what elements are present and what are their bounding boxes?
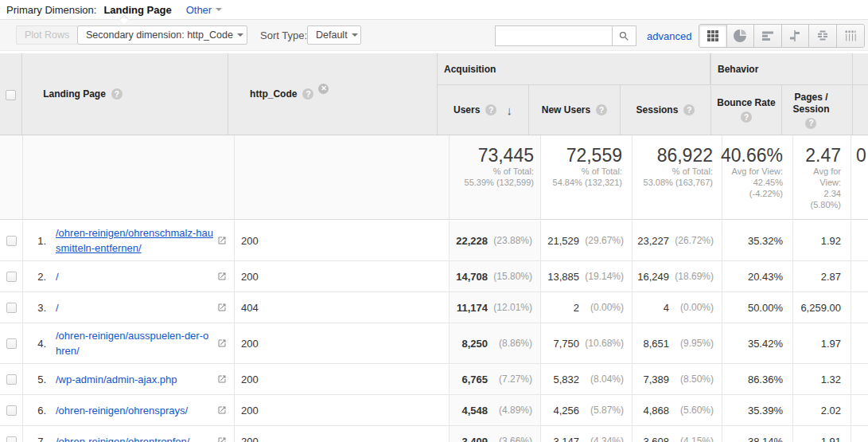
bounce-rate-cell: 20.43% — [722, 261, 793, 291]
table-body: 1. /ohren-reinigen/ohrenschmalz-hausmitt… — [0, 221, 868, 442]
help-icon[interactable]: ? — [741, 111, 752, 123]
select-all-cell — [0, 53, 22, 135]
landing-page-header-label: Landing Page — [43, 88, 106, 100]
search-button[interactable] — [612, 25, 636, 46]
remove-dimension-icon[interactable]: ✕ — [318, 84, 329, 94]
landing-page-link[interactable]: /ohren-reinigen/ohrentropfen/ — [56, 434, 213, 442]
row-checkbox[interactable] — [6, 272, 17, 282]
pages-session-cell: 6,259.00 — [793, 292, 851, 323]
select-all-checkbox[interactable] — [6, 90, 16, 100]
landing-page-link[interactable]: /wp-admin/admin-ajax.php — [56, 372, 213, 387]
col-header-users[interactable]: Users ? ↓ — [438, 85, 529, 135]
bounce-rate-cell: 35.42% — [722, 323, 793, 363]
users-cell: 3,409 (3.66%) — [450, 426, 541, 442]
landing-page-link[interactable]: / — [56, 269, 213, 284]
search-input[interactable] — [495, 25, 613, 46]
sort-type-value: Default — [316, 29, 348, 41]
landing-page-cell: 1. /ohren-reinigen/ohrenschmalz-hausmitt… — [23, 221, 235, 260]
landing-page-cell: 4. /ohren-reinigen/ausspuelen-der-ohren/ — [23, 323, 235, 363]
sessions-cell: 3,608 (4.15%) — [633, 426, 722, 442]
behavior-group: Behavior Bounce Rate ? Pages / Session ? — [710, 53, 852, 135]
col-header-sessions[interactable]: Sessions ? — [621, 85, 710, 135]
external-link-icon[interactable] — [217, 272, 227, 281]
row-select-cell — [0, 395, 23, 425]
landing-page-cell: 5. /wp-admin/admin-ajax.php — [23, 364, 235, 394]
users-cell: 8,250 (8.86%) — [450, 323, 541, 363]
row-checkbox[interactable] — [6, 374, 17, 385]
pages-session-cell: 1.92 — [793, 221, 851, 260]
comparison-view-button[interactable] — [782, 25, 810, 47]
row-select-cell — [0, 292, 23, 323]
sort-descending-icon[interactable]: ↓ — [506, 104, 512, 116]
new-users-cell: 4,256 (5.87%) — [541, 395, 633, 425]
landing-page-link[interactable]: /ohren-reinigen/ohrensprays/ — [56, 403, 213, 418]
landing-page-link[interactable]: /ohren-reinigen/ausspuelen-der-ohren/ — [56, 328, 213, 358]
col-header-bounce-rate[interactable]: Bounce Rate ? — [711, 85, 782, 135]
help-icon[interactable]: ? — [302, 88, 313, 100]
help-icon[interactable]: ? — [485, 104, 496, 115]
row-checkbox[interactable] — [6, 436, 17, 442]
term-cloud-view-button[interactable] — [809, 25, 837, 47]
landing-page-link[interactable]: / — [56, 300, 213, 315]
table-view-icon — [706, 29, 719, 42]
pie-chart-icon — [734, 29, 746, 42]
behavior-band: Behavior — [711, 53, 852, 85]
next-column-cell — [851, 323, 868, 363]
sessions-total: 86,922 — [657, 145, 713, 166]
http-code-cell: 200 — [235, 261, 450, 291]
external-link-icon[interactable] — [217, 405, 227, 415]
http-code-cell: 200 — [235, 323, 450, 363]
external-link-icon[interactable] — [217, 303, 227, 312]
pages-session-header-label2: Session — [792, 104, 829, 115]
view-toggle-group — [699, 24, 865, 48]
external-link-icon[interactable] — [217, 236, 227, 245]
help-icon[interactable]: ? — [111, 88, 123, 100]
help-icon[interactable]: ? — [805, 118, 816, 129]
pivot-view-button[interactable] — [837, 25, 865, 47]
external-link-icon[interactable] — [217, 436, 227, 442]
pages-session-avg: 2.47 — [805, 145, 841, 166]
row-select-cell — [0, 364, 23, 394]
percentage-view-button[interactable] — [727, 25, 755, 47]
bounce-rate-cell: 35.32% — [722, 221, 793, 260]
landing-page-cell: 6. /ohren-reinigen/ohrensprays/ — [23, 395, 235, 425]
table-row: 2. / 200 14,708 (15.80%) 13,885 (19.14%)… — [0, 261, 868, 292]
sessions-cell: 4,868 (5.60%) — [633, 395, 722, 425]
row-select-cell — [0, 261, 23, 291]
row-checkbox[interactable] — [6, 303, 17, 313]
row-checkbox[interactable] — [6, 405, 17, 416]
external-link-icon[interactable] — [217, 338, 227, 348]
help-icon[interactable]: ? — [596, 104, 607, 115]
table-header: Landing Page ? http_Code ? ✕ Acquisition… — [0, 53, 868, 135]
summary-bounce-rate: 40.66% Avg for View: 42.45% (-4.22%) — [722, 135, 793, 219]
summary-check-cell — [0, 135, 23, 219]
secondary-dimension-dropdown[interactable]: Secondary dimension: http_Code — [77, 25, 247, 45]
row-checkbox[interactable] — [6, 236, 17, 246]
help-icon[interactable]: ? — [683, 104, 695, 115]
table-view-button[interactable] — [699, 25, 727, 47]
landing-page-link[interactable]: /ohren-reinigen/ohrenschmalz-hausmitteln… — [56, 225, 213, 256]
primary-dimension-landing-page[interactable]: Landing Page — [103, 4, 171, 16]
col-header-new-users[interactable]: New Users ? — [529, 85, 621, 135]
landing-page-cell: 2. / — [23, 261, 235, 291]
search-icon — [618, 30, 630, 42]
col-header-pages-session[interactable]: Pages / Session ? — [782, 85, 840, 135]
col-header-http-code[interactable]: http_Code ? ✕ — [228, 53, 438, 135]
http-code-cell: 200 — [235, 395, 450, 425]
acquisition-band: Acquisition — [438, 53, 710, 85]
row-checkbox[interactable] — [6, 338, 17, 349]
advanced-search-link[interactable]: advanced — [647, 30, 691, 42]
comparison-icon — [788, 29, 801, 42]
primary-dimension-other[interactable]: Other — [186, 4, 223, 16]
sessions-cell: 4 (0.00%) — [633, 292, 722, 323]
pages-session-cell: 2.02 — [793, 395, 851, 425]
http-code-cell: 404 — [235, 292, 450, 323]
summary-pages-session: 2.47 Avg for View: 2.34 (5.80%) — [793, 135, 851, 219]
col-header-landing-page[interactable]: Landing Page ? — [22, 53, 228, 135]
pages-session-cell: 1.91 — [793, 426, 851, 442]
plot-rows-button[interactable]: Plot Rows — [16, 25, 78, 45]
sort-type-dropdown[interactable]: Default — [307, 25, 361, 45]
http-code-header-label: http_Code — [250, 88, 297, 100]
performance-view-button[interactable] — [754, 25, 782, 47]
external-link-icon[interactable] — [217, 374, 227, 384]
